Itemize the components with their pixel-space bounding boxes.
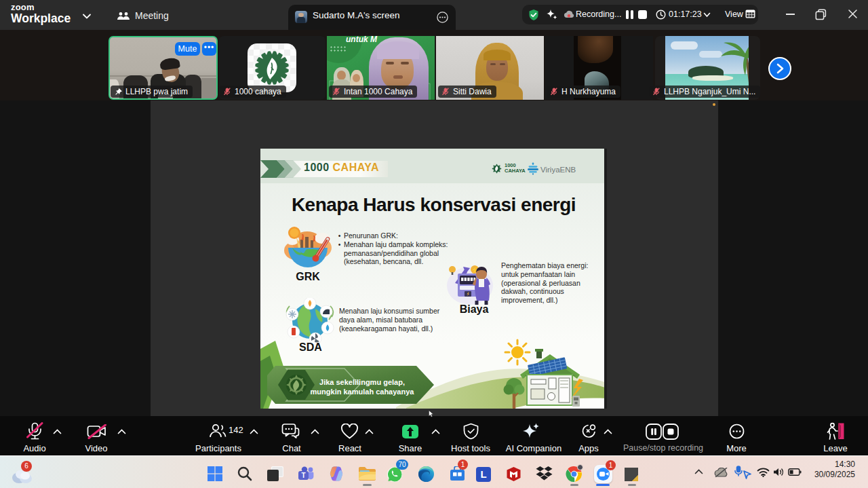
svg-text:T: T <box>301 472 305 479</box>
